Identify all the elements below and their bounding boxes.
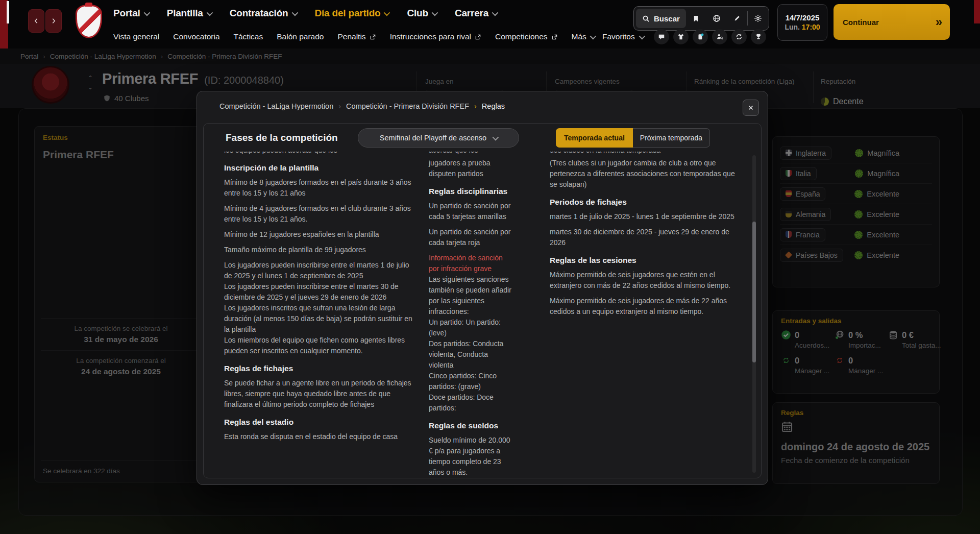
- search-label: Buscar: [654, 14, 680, 23]
- toolbar-chat-button[interactable]: [654, 29, 669, 44]
- modal-title-row: Fases de la competición Semifinal del Pl…: [204, 124, 761, 152]
- season-current-button[interactable]: Temporada actual: [556, 128, 633, 148]
- gear-icon: [754, 14, 762, 22]
- subnav-item-label: Convocatoria: [173, 32, 219, 41]
- nav-item-plantilla[interactable]: Plantilla: [167, 8, 211, 19]
- toolbar-bookmark-button[interactable]: [686, 8, 706, 29]
- subnav-item-instrucciones-para-rival[interactable]: Instrucciones para rival: [390, 32, 481, 41]
- search-button[interactable]: Buscar: [636, 9, 686, 28]
- trophy-icon: [755, 33, 762, 40]
- nav-item-día-del-partido[interactable]: Día del partido: [315, 8, 389, 19]
- season-next-button[interactable]: Próxima temporada: [633, 128, 710, 148]
- history-forward-button[interactable]: [45, 9, 62, 33]
- nav-item-carrera[interactable]: Carrera: [455, 8, 497, 19]
- bookmark-icon: [692, 15, 700, 22]
- right-accent-stripe: [974, 0, 980, 23]
- nav-item-label: Día del partido: [315, 8, 381, 19]
- toolbar-gear-button[interactable]: [748, 8, 768, 29]
- toolbar-pencil-button[interactable]: [727, 8, 747, 29]
- modal-breadcrumb-item[interactable]: Competición - LaLiga Hypermotion: [219, 102, 333, 110]
- breadcrumb-separator: ›: [338, 102, 341, 110]
- chevron-down-icon: [431, 9, 438, 16]
- rule-text: Dos partidos: Conducta violenta, Conduct…: [429, 338, 514, 371]
- game-day-time: Lun. 17:00: [785, 23, 820, 32]
- nav-item-club[interactable]: Club: [407, 8, 436, 19]
- modal-close-button[interactable]: [743, 100, 759, 116]
- subnav-item-más[interactable]: Más: [572, 32, 595, 41]
- toolbar-sync-button[interactable]: [731, 29, 747, 44]
- subnav-item-label: Balón parado: [277, 32, 324, 41]
- rules-content: los equipos pueden acordar que losInscri…: [224, 152, 753, 475]
- chevron-left-icon: [33, 17, 40, 25]
- rules-column-3: dos clubes en la misma temporada(Tres cl…: [550, 152, 740, 322]
- modal-scrollbar-thumb[interactable]: [752, 222, 756, 362]
- rule-section-heading: Reglas de sueldos: [429, 421, 514, 430]
- subnav-item-tácticas[interactable]: Tácticas: [234, 32, 263, 41]
- modal-title: Fases de la competición: [226, 132, 338, 143]
- favorites-dropdown[interactable]: Favoritos: [602, 32, 644, 41]
- rule-text: Máximo permitido de seis jugadores que e…: [550, 270, 740, 291]
- clipped-text: los equipos pueden acordar que los: [224, 152, 414, 156]
- toolbar-globe-button[interactable]: [706, 8, 727, 29]
- rule-text: Máximo permitido de seis jugadores de má…: [550, 296, 740, 317]
- season-toggle: Temporada actual Próxima temporada: [556, 128, 710, 148]
- subnav-item-label: Más: [572, 32, 586, 41]
- history-back-button[interactable]: [28, 9, 44, 33]
- subnav-item-convocatoria[interactable]: Convocatoria: [173, 32, 219, 41]
- rule-text: martes 1 de julio de 2025 - lunes 1 de s…: [550, 211, 740, 222]
- clipped-text: dos clubes en la misma temporada: [550, 152, 740, 156]
- toolbar-shirt-button[interactable]: [673, 29, 689, 44]
- rule-text: Se puede fichar a un agente libre en un …: [224, 378, 414, 410]
- game-date-button[interactable]: 14/7/2025 Lun. 17:00: [777, 4, 827, 41]
- double-chevron-right-icon: »: [936, 15, 941, 29]
- nav-item-contratación[interactable]: Contratación: [230, 8, 297, 19]
- game-date: 14/7/2025: [786, 13, 820, 23]
- rule-section-heading: Reglas de las cesiones: [550, 256, 740, 265]
- sync-icon: [736, 33, 743, 40]
- stage-dropdown[interactable]: Semifinal del Playoff de ascenso: [358, 128, 519, 148]
- continue-label: Continuar: [843, 18, 879, 27]
- subnav-item-penaltis[interactable]: Penaltis: [337, 32, 376, 41]
- rule-section-heading: Inscripción de la plantilla: [224, 163, 414, 173]
- nav-item-label: Club: [407, 8, 428, 19]
- rule-section-heading: Reglas del estadio: [224, 418, 414, 427]
- breadcrumb-separator: ›: [474, 102, 477, 110]
- rule-section-heading: Periodos de fichajes: [550, 198, 740, 207]
- modal-scrollbar-track[interactable]: [752, 155, 756, 473]
- chevron-down-icon: [384, 9, 390, 16]
- toolbar-person-search-button[interactable]: [712, 29, 727, 44]
- search-tools: [686, 8, 768, 29]
- rules-column-2: acordar que losjugadores a prueba disput…: [429, 152, 514, 475]
- toolbar-card-button[interactable]: [693, 29, 708, 44]
- subnav-item-competiciones[interactable]: Competiciones: [495, 32, 558, 41]
- clipped-text-line: acordar que los: [429, 152, 514, 156]
- rule-text: Tamaño máximo de plantilla de 99 jugador…: [224, 245, 414, 255]
- rule-text: jugadores a prueba disputen partidos: [429, 158, 514, 179]
- rule-text: Los jugadores pueden inscribirse entre e…: [224, 281, 414, 303]
- rule-text: Mínimo de 8 jugadores formados en el paí…: [224, 177, 414, 199]
- shirt-icon: [677, 33, 684, 40]
- clipped-text-line: dos clubes en la misma temporada: [550, 152, 740, 156]
- rule-text: Mínimo de 4 jugadores formados en el clu…: [224, 203, 414, 225]
- nav-item-portal[interactable]: Portal: [113, 8, 149, 19]
- continue-button[interactable]: Continuar »: [834, 4, 950, 40]
- rule-text: Las siguientes sanciones también se pued…: [429, 274, 514, 317]
- subnav-item-vista-general[interactable]: Vista general: [113, 32, 159, 41]
- toolbar-trophy-button[interactable]: [751, 29, 766, 44]
- subnav-item-balón-parado[interactable]: Balón parado: [277, 32, 324, 41]
- rule-text: Los miembros del equipo que fichen como …: [224, 335, 414, 356]
- modal-breadcrumb-item[interactable]: Reglas: [482, 102, 505, 110]
- club-badge[interactable]: [76, 5, 102, 40]
- rule-section-heading: Reglas disciplinarias: [429, 187, 514, 196]
- person-search-icon: [716, 33, 723, 40]
- sanction-info-link[interactable]: Información de sanción por infracción gr…: [429, 253, 514, 274]
- rule-text: (Tres clubes si un jugador cambia de clu…: [550, 158, 740, 190]
- rule-text: Cinco partidos: Cinco partidos: (grave): [429, 371, 514, 392]
- modal-breadcrumb-item[interactable]: Competición - Primera División RFEF: [346, 102, 469, 110]
- chevron-down-icon: [590, 33, 596, 39]
- chevron-right-icon: [50, 17, 57, 25]
- external-link-icon: [475, 34, 481, 40]
- rule-text: Un partido: Un partido: (leve): [429, 317, 514, 338]
- rule-text: Un partido de sanción por cada 5 tarjeta…: [429, 201, 514, 222]
- subnav-item-label: Tácticas: [234, 32, 263, 41]
